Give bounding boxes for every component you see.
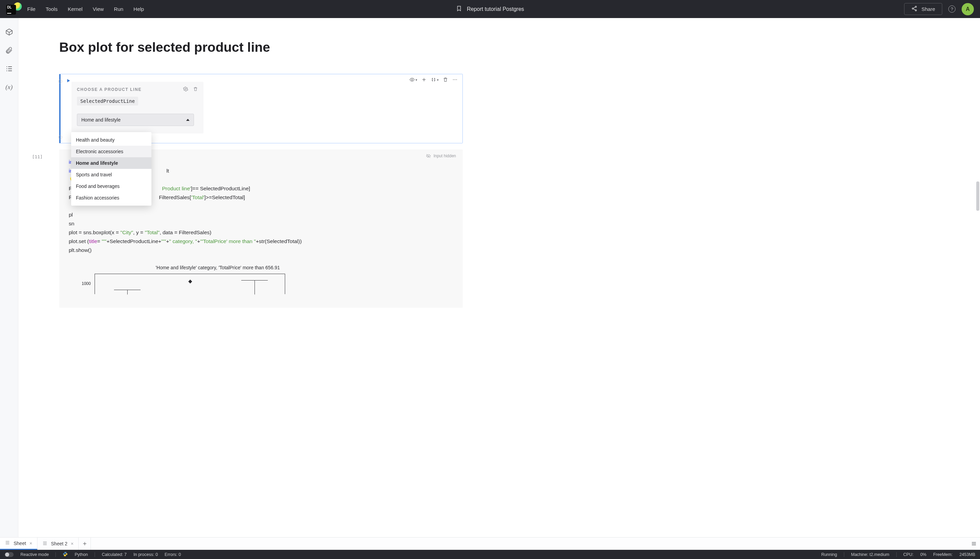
add-cell-icon[interactable] bbox=[421, 77, 427, 83]
package-icon[interactable] bbox=[5, 28, 13, 36]
widget-caption: CHOOSE A PRODUCT LINE bbox=[77, 87, 142, 92]
svg-point-3 bbox=[411, 79, 413, 80]
cell-collapse-bottom-icon[interactable] bbox=[58, 135, 63, 140]
svg-point-4 bbox=[453, 79, 454, 80]
share-icon bbox=[911, 5, 917, 13]
product-logo: DL bbox=[5, 4, 20, 15]
svg-point-0 bbox=[916, 6, 917, 8]
select-value: Home and lifestyle bbox=[81, 117, 120, 122]
input-hidden-indicator[interactable]: Input hidden bbox=[426, 154, 456, 158]
add-sheet-button[interactable] bbox=[79, 538, 91, 550]
notebook-canvas[interactable]: Box plot for selected product line ▾ bbox=[18, 18, 980, 537]
more-cell-icon[interactable] bbox=[452, 77, 458, 83]
svg-point-5 bbox=[455, 79, 455, 80]
widget-header: CHOOSE A PRODUCT LINE bbox=[77, 86, 198, 93]
document-title: Report tutorial Postgres bbox=[467, 6, 524, 12]
top-bar: DL File Tools Kernel View Run Help Repor… bbox=[0, 0, 980, 18]
y-tick-1000: 1000 bbox=[82, 281, 91, 286]
cell-collapse-top-icon[interactable] bbox=[58, 79, 63, 84]
menu-tools[interactable]: Tools bbox=[46, 6, 58, 12]
widget-box: CHOOSE A PRODUCT LINE SelectedProductLin… bbox=[71, 82, 203, 134]
sheet-bar: Sheet × Sheet 2 × bbox=[0, 537, 980, 550]
topbar-right: Share ? A bbox=[904, 3, 980, 15]
cpu-label: CPU: bbox=[903, 552, 914, 557]
plot-area bbox=[95, 274, 285, 294]
kernel-running-label: Running bbox=[821, 552, 837, 557]
help-button[interactable]: ? bbox=[949, 5, 955, 13]
split-cell-icon[interactable]: ▾ bbox=[431, 77, 439, 83]
widget-delete-icon[interactable] bbox=[193, 86, 198, 93]
python-label[interactable]: Python bbox=[74, 552, 88, 557]
python-icon bbox=[63, 551, 68, 557]
run-cell-button[interactable] bbox=[66, 78, 71, 84]
svg-point-6 bbox=[456, 79, 457, 80]
product-line-select[interactable]: Home and lifestyle bbox=[77, 114, 194, 126]
widget-settings-icon[interactable] bbox=[183, 86, 188, 93]
execution-count: [11] bbox=[32, 154, 43, 159]
widget-cell[interactable]: ▾ ▾ CHOOSE A PRODUCT LINE bbox=[59, 74, 463, 143]
errors-label: Errors: 0 bbox=[165, 552, 181, 557]
option-home[interactable]: Home and lifestyle bbox=[71, 157, 152, 169]
app-root: DL File Tools Kernel View Run Help Repor… bbox=[0, 0, 980, 559]
sheet-tab-1[interactable]: Sheet × bbox=[0, 538, 38, 550]
status-bar: Reactive mode Python Calculated: 7 In pr… bbox=[0, 550, 980, 559]
cpu-value: 0% bbox=[920, 552, 926, 557]
sheet-icon bbox=[42, 541, 48, 547]
sheet-tab-2[interactable]: Sheet 2 × bbox=[38, 538, 79, 550]
close-sheet-icon[interactable]: × bbox=[71, 541, 74, 546]
scrollbar-thumb[interactable] bbox=[976, 182, 979, 211]
delete-cell-icon[interactable] bbox=[443, 77, 448, 83]
visibility-icon[interactable]: ▾ bbox=[409, 77, 417, 83]
option-sports[interactable]: Sports and travel bbox=[71, 169, 152, 180]
reactive-toggle[interactable] bbox=[5, 552, 13, 557]
option-food[interactable]: Food and beverages bbox=[71, 180, 152, 192]
svg-point-1 bbox=[912, 8, 914, 9]
close-sheet-icon[interactable]: × bbox=[30, 541, 32, 546]
variables-icon[interactable]: (x) bbox=[5, 83, 13, 92]
mem-value: 2453MB bbox=[959, 552, 975, 557]
chevron-up-icon bbox=[186, 119, 190, 121]
outline-icon[interactable] bbox=[5, 64, 13, 73]
sheet-tab-label: Sheet 2 bbox=[51, 541, 68, 546]
share-label: Share bbox=[921, 6, 935, 12]
share-button[interactable]: Share bbox=[904, 3, 942, 15]
calculated-label: Calculated: 7 bbox=[102, 552, 127, 557]
machine-label: Machine: t2.medium bbox=[851, 552, 889, 557]
page-title: Box plot for selected product line bbox=[59, 40, 463, 55]
content-column: Box plot for selected product line ▾ bbox=[59, 40, 463, 308]
sheet-icon bbox=[5, 540, 10, 546]
menu-view[interactable]: View bbox=[93, 6, 104, 12]
menu-help[interactable]: Help bbox=[134, 6, 144, 12]
main-menu: File Tools Kernel View Run Help bbox=[27, 6, 144, 12]
chart-output: 'Home and lifestyle' category, 'TotalPri… bbox=[75, 265, 453, 294]
option-electronic[interactable]: Electronic accessories bbox=[71, 146, 152, 157]
avatar[interactable]: A bbox=[962, 3, 974, 15]
document-title-area: Report tutorial Postgres bbox=[456, 5, 524, 13]
in-process-label: In process: 0 bbox=[134, 552, 158, 557]
option-fashion[interactable]: Fashion accessories bbox=[71, 192, 152, 203]
svg-point-2 bbox=[916, 10, 917, 11]
menu-kernel[interactable]: Kernel bbox=[68, 6, 82, 12]
menu-run[interactable]: Run bbox=[114, 6, 124, 12]
body-row: (x) Box plot for selected product line bbox=[0, 18, 980, 537]
widget-variable-chip: SelectedProductLine bbox=[77, 97, 138, 106]
mem-label: FreeMem: bbox=[933, 552, 952, 557]
product-line-dropdown: Health and beauty Electronic accessories… bbox=[71, 132, 152, 206]
bookmark-icon[interactable] bbox=[456, 5, 462, 13]
sheet-tab-label: Sheet bbox=[13, 541, 26, 546]
reactive-label: Reactive mode bbox=[20, 552, 49, 557]
left-rail: (x) bbox=[0, 18, 18, 537]
menu-file[interactable]: File bbox=[27, 6, 35, 12]
option-health[interactable]: Health and beauty bbox=[71, 134, 152, 146]
cell-toolbar: ▾ ▾ bbox=[409, 77, 458, 83]
chart-title: 'Home and lifestyle' category, 'TotalPri… bbox=[119, 265, 317, 270]
sheet-overflow-button[interactable] bbox=[968, 538, 980, 550]
attachment-icon[interactable] bbox=[5, 46, 13, 55]
svg-point-7 bbox=[185, 89, 186, 90]
